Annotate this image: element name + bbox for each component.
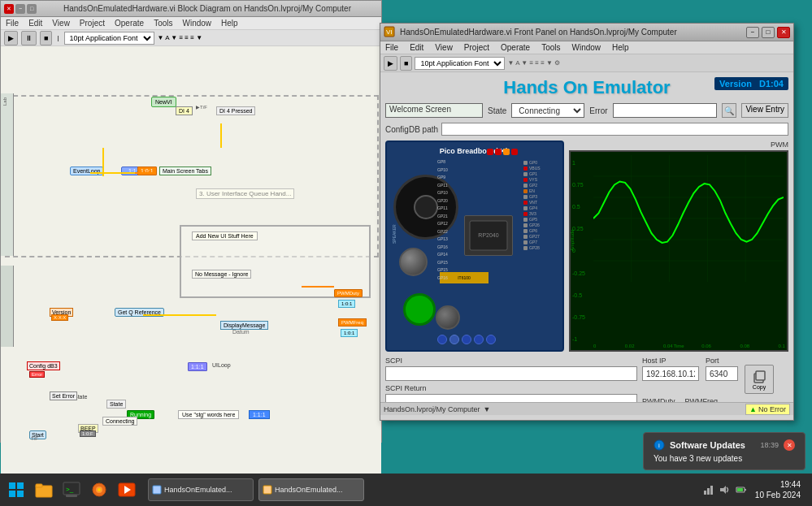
bd-menu-view[interactable]: View <box>50 19 72 28</box>
fp-menu-window[interactable]: Window <box>570 43 602 52</box>
bd-menu-project[interactable]: Project <box>78 19 106 28</box>
fp-port-label: Port <box>706 357 738 365</box>
osc-y-075: 0.75 <box>572 182 592 188</box>
pin-row-gp0: GP0 <box>523 160 561 165</box>
bd-connecting-node: Connecting <box>102 417 137 426</box>
clock-date: 10 Feb 2024 <box>755 490 801 500</box>
fp-toolbar-extras: ▼ A ▼ ≡ ≡ ≡ ▼ ⚙ <box>507 59 560 67</box>
bd-max-btn[interactable]: □ <box>27 4 37 14</box>
fp-config-path-box[interactable] <box>441 123 788 136</box>
clock[interactable]: 19:44 10 Feb 2024 <box>750 479 805 500</box>
bd-menu-window[interactable]: Window <box>180 19 213 28</box>
bd-usewords-node: Use "stg" words here <box>178 410 239 419</box>
fp-menu-operate[interactable]: Operate <box>499 43 532 52</box>
taskbar-fp-window-btn[interactable]: HandsOnEmulated... <box>258 478 364 501</box>
fp-window-controls[interactable]: − □ ✕ <box>746 27 790 38</box>
taskbar-files-btn[interactable] <box>31 477 57 503</box>
pin-row-gp1: GP1 <box>523 171 561 176</box>
fp-min-btn[interactable]: − <box>746 27 759 38</box>
bd-pause-btn[interactable]: ⏸ <box>21 31 37 45</box>
fp-pwmduty-section: PWMDuty <box>642 397 675 402</box>
bd-menu-operate[interactable]: Operate <box>113 19 145 28</box>
svg-rect-35 <box>66 495 77 497</box>
pin-row-gp28: GP28 <box>523 245 561 250</box>
notification-header: i Software Updates 18:39 ✕ <box>654 439 795 451</box>
pin-row-3v3: 3V3 <box>523 211 561 216</box>
pin-row-gp7: GP7 <box>523 240 561 244</box>
bd-close-btn[interactable]: ✕ <box>4 4 14 14</box>
bd-abort-btn[interactable]: ■ <box>40 31 52 45</box>
taskbar: >_ <box>0 474 812 506</box>
fp-abort-btn[interactable]: ■ <box>400 56 412 71</box>
bd-wire-3 <box>143 314 216 316</box>
fp-copy-btn[interactable]: Copy <box>745 365 774 394</box>
pico-conn-2 <box>449 335 459 344</box>
fp-menu-project[interactable]: Project <box>462 43 491 52</box>
fp-menu-file[interactable]: File <box>384 43 400 52</box>
osc-x-008: 0.08 <box>740 344 749 348</box>
svg-rect-42 <box>263 486 271 494</box>
fp-config-row: ConfigDB path <box>385 123 788 136</box>
bd-font-select[interactable]: 10pt Application Font <box>64 32 154 45</box>
pico-knob-2[interactable] <box>436 305 460 330</box>
bd-left-panel: Lab <box>1 93 14 256</box>
bd-menu-help[interactable]: Help <box>219 19 240 28</box>
osc-y-n075: -0.75 <box>572 314 592 320</box>
system-tray <box>703 484 747 495</box>
pico-knob-1[interactable] <box>399 248 428 276</box>
fp-scpi-label: SCPI <box>385 357 637 365</box>
bd-menu-edit[interactable]: Edit <box>27 19 44 28</box>
taskbar-browser-btn[interactable] <box>86 477 112 503</box>
bd-window-controls[interactable]: ✕ − □ <box>4 4 37 14</box>
bd-wire-1 <box>90 172 139 174</box>
fp-config-label: ConfigDB path <box>385 125 438 134</box>
fp-view-entry-btn[interactable]: View Entry <box>741 103 788 118</box>
oscilloscope: 1 0.75 0.5 0.25 0 -0.25 -0.5 -0.75 -1 <box>569 150 788 352</box>
fp-font-select[interactable]: 10pt Application Font <box>415 57 505 70</box>
fp-menu-view[interactable]: View <box>433 43 454 52</box>
fp-port-input[interactable] <box>706 366 738 381</box>
bd-menu-tools[interactable]: Tools <box>152 19 174 28</box>
pico-green-btn[interactable] <box>403 293 436 326</box>
block-diagram-titlebar[interactable]: ✕ − □ HandsOnEmulatedHardware.vi Block D… <box>1 1 381 17</box>
fp-menu-edit[interactable]: Edit <box>408 43 425 52</box>
bd-run-btn[interactable]: ▶ <box>4 31 18 45</box>
fp-state-dropdown[interactable]: Connecting Running Idle <box>511 103 584 118</box>
taskbar-terminal-btn[interactable]: >_ <box>59 477 85 503</box>
taskbar-media-btn[interactable] <box>114 477 140 503</box>
fp-port-section: Port <box>706 357 738 381</box>
bd-configdb-node: Config dB3 <box>27 361 60 370</box>
browser-icon <box>90 482 108 498</box>
pico-led-orange <box>503 149 510 155</box>
svg-rect-32 <box>36 484 42 487</box>
fp-menu-tools[interactable]: Tools <box>540 43 562 52</box>
notification-close-btn[interactable]: ✕ <box>784 439 795 451</box>
fp-hostip-input[interactable] <box>642 366 699 381</box>
bd-eventloop-node: EventLoop <box>70 167 103 175</box>
pin-row-gp6: GP6 <box>523 228 561 233</box>
fp-menu-help[interactable]: Help <box>610 43 631 52</box>
bd-min-btn[interactable]: − <box>15 4 25 14</box>
taskbar-start-btn[interactable] <box>3 477 29 503</box>
taskbar-bd-window-btn[interactable]: HandsOnEmulated... <box>148 478 254 501</box>
files-icon <box>35 482 53 498</box>
fp-titlebar[interactable]: VI HandsOnEmulatedHardware.vi Front Pane… <box>380 24 793 41</box>
fp-max-btn[interactable]: □ <box>762 27 775 38</box>
bd-configdb-err: Error <box>29 371 45 378</box>
fp-close-btn[interactable]: ✕ <box>777 27 790 38</box>
fp-scpi-return-box <box>385 394 637 402</box>
fp-search-icon: 🔍 <box>724 106 734 115</box>
fp-welcome-screen-box[interactable]: Welcome Screen <box>385 103 483 118</box>
bd-di4pressed-node: DI 4 Pressed <box>216 106 255 115</box>
bd-menu-file[interactable]: File <box>4 19 20 28</box>
desktop: Recycle Bin Home ✕ − □ HandsOnEmulatedHa… <box>0 0 812 506</box>
block-diagram-menubar: File Edit View Project Operate Tools Win… <box>1 17 381 30</box>
fp-run-btn[interactable]: ▶ <box>384 56 397 71</box>
fp-search-btn[interactable]: 🔍 <box>722 103 736 118</box>
bd-tabs-badge: 1:0:1 <box>137 167 157 175</box>
bd-uiloop-label: UILoop <box>212 362 231 368</box>
fp-pwmfreq-label: PWMFreq <box>685 397 719 402</box>
clock-time: 19:44 <box>755 479 801 490</box>
fp-scpi-input[interactable] <box>385 366 637 381</box>
media-icon <box>118 482 136 498</box>
